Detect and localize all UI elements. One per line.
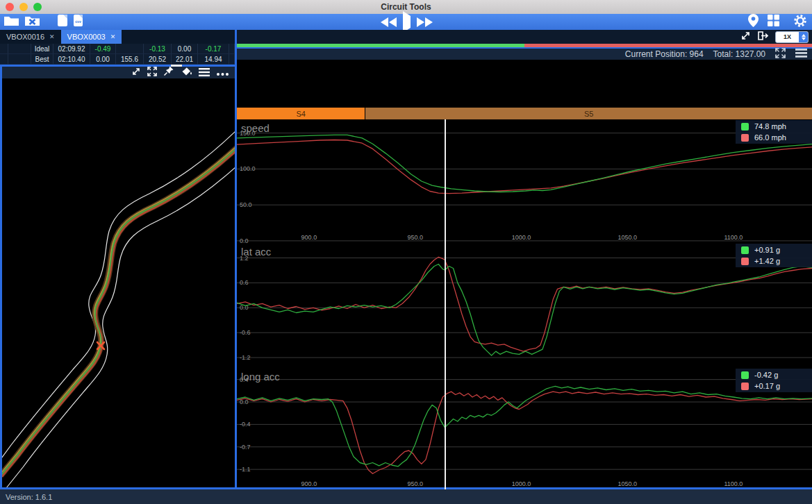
racing-line-road xyxy=(2,148,235,476)
long-acc-legend: -0.42 g+0.17 g xyxy=(736,369,812,392)
new-file-icon[interactable] xyxy=(57,14,68,30)
svg-text:900.0: 900.0 xyxy=(301,234,317,241)
table-cell: -0.17 xyxy=(198,44,229,54)
table-cell: 0.00 xyxy=(172,44,198,54)
hamburger-menu-icon[interactable] xyxy=(795,49,807,60)
table-cell xyxy=(8,54,31,65)
export-csv-icon[interactable]: csv xyxy=(73,14,83,30)
tab-vbox0003[interactable]: VBOX0003✕ xyxy=(61,30,122,44)
open-folder-icon[interactable] xyxy=(3,15,19,29)
rewind-button[interactable] xyxy=(381,17,397,27)
table-cell: 14.94 xyxy=(198,54,229,65)
svg-text:-1.2: -1.2 xyxy=(240,354,251,361)
speed-plot[interactable]: 150.0100.050.00.0900.0950.01000.01050.01… xyxy=(237,119,812,243)
graph-panel-toolbar: 1X xyxy=(237,30,812,44)
layout-grid-icon[interactable] xyxy=(768,15,779,29)
position-status-bar: Current Position: 964 Total: 1327.00 xyxy=(237,49,812,60)
long-acc-chart[interactable]: 0.40.0-0.4-0.7-1.1900.0950.01000.01050.0… xyxy=(237,368,812,489)
lat-acc-chart[interactable]: 1.20.60.0-0.6-1.2lat acc+0.91 g+1.42 g xyxy=(237,243,812,368)
legend-value: +0.17 g xyxy=(754,382,780,390)
graph-cursor-line[interactable] xyxy=(445,119,446,489)
svg-text:csv: csv xyxy=(75,19,81,24)
legend-swatch xyxy=(741,123,749,131)
window-zoom-button[interactable] xyxy=(33,3,42,11)
svg-text:100.0: 100.0 xyxy=(240,165,256,172)
window-minimize-button[interactable] xyxy=(19,3,28,11)
settings-gear-icon[interactable] xyxy=(794,15,806,30)
legend-swatch xyxy=(741,371,749,379)
fullscreen-icon[interactable] xyxy=(775,48,786,60)
legend-swatch xyxy=(741,258,749,265)
tab-close-icon[interactable]: ✕ xyxy=(110,33,116,40)
tab-vbox0016[interactable]: VBOX0016✕ xyxy=(0,30,61,44)
playback-speed-stepper[interactable]: 1X xyxy=(775,31,809,43)
row-label: Ideal xyxy=(31,44,53,54)
location-pin-icon[interactable] xyxy=(748,14,759,30)
track-map-panel[interactable] xyxy=(2,78,235,489)
legend-swatch xyxy=(741,383,749,390)
fullscreen-icon[interactable] xyxy=(147,67,157,79)
expand-diagonal-icon[interactable] xyxy=(131,67,141,79)
svg-text:1100.0: 1100.0 xyxy=(724,234,743,241)
table-cell xyxy=(116,44,144,54)
chart-title: speed xyxy=(241,122,270,134)
file-tab-bar: VBOX0016✕VBOX0003✕ xyxy=(0,30,235,44)
long-acc-plot[interactable]: 0.40.0-0.4-0.7-1.1900.0950.01000.01050.0… xyxy=(237,368,812,489)
expand-diagonal-icon[interactable] xyxy=(740,31,751,44)
table-cell: -0.13 xyxy=(144,44,172,54)
table-cell xyxy=(8,44,31,54)
legend-value: 66.0 mph xyxy=(754,133,786,142)
fast-forward-button[interactable] xyxy=(417,17,433,27)
table-cell xyxy=(229,54,235,65)
status-bar: Version: 1.6.1 xyxy=(0,489,812,504)
svg-text:0.6: 0.6 xyxy=(240,279,249,286)
more-options-icon[interactable] xyxy=(216,67,229,79)
table-cell: 02:10.40 xyxy=(53,54,90,65)
export-panel-icon[interactable] xyxy=(757,31,769,44)
sector-s5[interactable]: S5 xyxy=(365,108,812,119)
table-cell: 155.6 xyxy=(116,54,144,65)
playback-speed-value: 1X xyxy=(776,33,799,40)
window-title: Circuit Tools xyxy=(0,2,812,12)
table-cell xyxy=(0,54,8,65)
tab-label: VBOX0003 xyxy=(67,33,106,41)
stepper-arrows[interactable] xyxy=(799,32,808,42)
table-cell: 22.01 xyxy=(172,54,198,65)
tab-close-icon[interactable]: ✕ xyxy=(49,33,55,40)
lat-acc-plot[interactable]: 1.20.60.0-0.6-1.2 xyxy=(237,243,812,368)
legend-entry: 66.0 mph xyxy=(741,133,808,142)
window-close-button[interactable] xyxy=(6,3,14,11)
track-edge-inner xyxy=(6,166,235,488)
svg-text:1100.0: 1100.0 xyxy=(724,480,743,487)
sector-bar[interactable]: S4S5 xyxy=(237,108,812,119)
speed-chart[interactable]: 150.0100.050.00.0900.0950.01000.01050.01… xyxy=(237,119,812,243)
paint-bucket-icon[interactable] xyxy=(180,66,192,79)
tab-label: VBOX0016 xyxy=(6,33,44,41)
svg-text:950.0: 950.0 xyxy=(407,234,423,241)
hamburger-menu-icon[interactable] xyxy=(199,67,210,79)
svg-text:0.0: 0.0 xyxy=(240,237,249,243)
svg-text:1000.0: 1000.0 xyxy=(512,234,531,241)
speed-legend: 74.8 mph66.0 mph xyxy=(736,120,812,144)
svg-text:-0.7: -0.7 xyxy=(240,444,251,451)
lap-results-table[interactable]: Ideal02:09.92-0.49-0.130.00-0.17Best02:1… xyxy=(0,44,235,65)
close-file-icon[interactable] xyxy=(24,15,40,29)
lat-acc-legend: +0.91 g+1.42 g xyxy=(736,244,812,267)
legend-swatch xyxy=(741,246,749,254)
table-cell: 0.00 xyxy=(90,54,116,65)
legend-value: +0.91 g xyxy=(754,246,780,254)
table-cell: -0.49 xyxy=(90,44,116,54)
current-position-label: Current Position: 964 xyxy=(625,49,704,59)
legend-entry: +0.17 g xyxy=(741,382,808,390)
sector-s4[interactable]: S4 xyxy=(237,108,365,119)
svg-text:1000.0: 1000.0 xyxy=(512,480,531,487)
table-cell xyxy=(229,44,235,54)
graphs-panel: S4S5 150.0100.050.00.0900.0950.01000.010… xyxy=(237,60,812,489)
svg-text:900.0: 900.0 xyxy=(301,480,317,487)
svg-text:50.0: 50.0 xyxy=(240,201,252,208)
legend-entry: -0.42 g xyxy=(741,371,808,379)
legend-value: +1.42 g xyxy=(754,257,780,265)
track-map[interactable] xyxy=(2,78,235,489)
play-button[interactable] xyxy=(403,16,411,28)
pushpin-icon[interactable] xyxy=(163,66,174,79)
